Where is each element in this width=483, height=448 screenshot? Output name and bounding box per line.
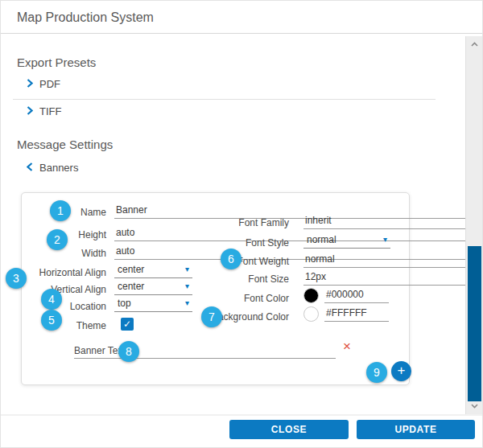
annotation-marker-4: 4	[41, 289, 62, 310]
font-family-label: Font Family	[167, 217, 289, 228]
font-family-input[interactable]	[303, 215, 483, 229]
font-color-control: #000000	[303, 288, 390, 303]
annotation-marker-1: 1	[50, 200, 71, 221]
chevron-right-icon	[27, 105, 33, 117]
footer-divider	[1, 414, 483, 416]
annotation-marker-5: 5	[41, 310, 62, 331]
background-color-hex[interactable]: #FFFFFF	[324, 307, 389, 322]
background-color-swatch[interactable]	[303, 306, 319, 322]
header-divider	[1, 33, 483, 34]
font-size-input[interactable]	[303, 271, 483, 286]
location-label: Location	[22, 301, 106, 312]
scroll-up-arrow-icon[interactable]	[466, 39, 482, 50]
annotation-marker-3: 3	[6, 268, 27, 289]
font-weight-input[interactable]	[303, 253, 483, 268]
close-button[interactable]: CLOSE	[229, 420, 349, 439]
theme-label: Theme	[22, 320, 106, 331]
font-color-hex[interactable]: #000000	[324, 289, 389, 303]
export-preset-pdf-label: PDF	[39, 78, 60, 90]
scrollbar-thumb[interactable]	[468, 246, 481, 401]
font-size-label: Font Size	[167, 273, 289, 285]
vertical-align-label: Vertical Align	[22, 284, 106, 295]
width-label: Width	[22, 248, 106, 259]
banner-text-input[interactable]	[126, 345, 336, 356]
page-title: Map Production System	[17, 10, 154, 25]
annotation-marker-7: 7	[201, 306, 222, 327]
caret-down-icon: ▾	[383, 236, 387, 244]
font-style-value: normal	[307, 234, 336, 245]
message-settings-heading: Message Settings	[17, 138, 113, 151]
export-preset-tiff-label: TIFF	[39, 105, 61, 117]
vertical-align-value: center	[118, 281, 144, 292]
font-style-label: Font Style	[167, 237, 289, 249]
font-color-swatch[interactable]	[303, 288, 319, 303]
banner-settings-card: Name Height Width Horizontal Align cente…	[21, 192, 410, 385]
annotation-marker-8: 8	[118, 341, 139, 362]
font-color-label: Font Color	[167, 293, 289, 304]
horizontal-align-value: center	[118, 264, 144, 275]
banner-text-field[interactable]: Banner Text	[74, 345, 336, 359]
add-banner-button[interactable]: +	[391, 361, 411, 381]
checkmark-icon: ✓	[123, 319, 131, 330]
plus-icon: +	[398, 363, 406, 378]
annotation-marker-2: 2	[47, 229, 68, 250]
vertical-scrollbar[interactable]	[465, 36, 482, 414]
font-style-select[interactable]: normal ▾	[303, 234, 390, 249]
export-preset-tiff[interactable]: TIFF	[27, 105, 61, 117]
preset-divider	[13, 99, 436, 100]
annotation-marker-9: 9	[366, 362, 387, 383]
horizontal-align-label: Horizontal Align	[22, 267, 106, 278]
banners-back-link[interactable]: Banners	[27, 162, 78, 174]
export-presets-heading: Export Presets	[17, 55, 96, 69]
annotation-marker-6: 6	[221, 249, 242, 269]
banners-back-label: Banners	[39, 162, 78, 174]
remove-banner-icon[interactable]: ×	[343, 339, 351, 355]
export-preset-pdf[interactable]: PDF	[27, 78, 60, 90]
location-value: top	[118, 298, 131, 309]
background-color-control: #FFFFFF	[303, 306, 390, 322]
scroll-down-arrow-icon[interactable]	[466, 401, 482, 412]
update-button[interactable]: UPDATE	[357, 420, 475, 439]
chevron-left-icon	[27, 162, 33, 174]
theme-checkbox[interactable]: ✓	[121, 318, 134, 331]
chevron-right-icon	[27, 78, 33, 90]
background-color-label: Background Color	[167, 311, 289, 323]
